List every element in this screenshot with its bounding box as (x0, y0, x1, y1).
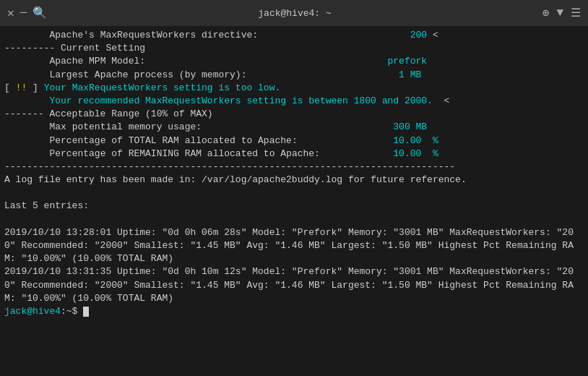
terminal-line: Max potential memory usage: 300 MB (4, 121, 584, 134)
terminal-window: ✕ ─ 🔍 jack@hive4: ~ ⊕ ▼ ☰ Apache's MaxRe… (0, 0, 588, 376)
terminal-line: Apache's MaxRequestWorkers directive: 20… (4, 29, 584, 42)
terminal-line: Percentage of TOTAL RAM allocated to Apa… (4, 134, 584, 148)
terminal-line: Last 5 entries: (4, 200, 584, 213)
terminal-line: ------- Acceptable Range (10% of MAX) (4, 108, 584, 121)
close-icon[interactable]: ✕ (7, 6, 14, 20)
terminal-line: Largest Apache process (by memory): 1 MB (4, 69, 584, 82)
terminal-line: Apache MPM Model: prefork (4, 55, 584, 68)
terminal-line: 2019/10/10 13:31:35 Uptime: "0d 0h 10m 1… (4, 265, 584, 305)
terminal-line: Percentage of REMAINING RAM allocated to… (4, 148, 584, 161)
terminal-line: ----------------------------------------… (4, 161, 584, 174)
menu-icon[interactable]: ☰ (571, 6, 581, 20)
minimize-icon[interactable]: ─ (20, 7, 27, 20)
title-bar: ✕ ─ 🔍 jack@hive4: ~ ⊕ ▼ ☰ (0, 0, 588, 26)
terminal-line: --------- Current Setting (4, 42, 584, 55)
terminal-line: [ !! ] Your MaxRequestWorkers setting is… (4, 82, 584, 95)
terminal-line: Your recommended MaxRequestWorkers setti… (4, 95, 584, 108)
terminal-blank-line (4, 187, 584, 200)
title-bar-title: jack@hive4: ~ (47, 8, 542, 19)
dropdown-icon[interactable]: ▼ (556, 7, 563, 20)
title-bar-left: ✕ ─ 🔍 (7, 6, 47, 20)
terminal-blank-line (4, 213, 584, 226)
title-bar-right: ⊕ ▼ ☰ (542, 6, 581, 20)
terminal-line: A log file entry has been made in: /var/… (4, 174, 584, 187)
terminal-line: 2019/10/10 13:28:01 Uptime: "0d 0h 06m 2… (4, 226, 584, 266)
cursor (83, 307, 89, 317)
prompt-separator: :~$ (61, 305, 77, 318)
prompt-line: jack@hive4:~$ (4, 305, 584, 318)
prompt-username: jack@hive4 (4, 305, 61, 318)
terminal-body: Apache's MaxRequestWorkers directive: 20… (0, 26, 588, 376)
add-tab-icon[interactable]: ⊕ (542, 6, 550, 20)
title-bar-center: jack@hive4: ~ (47, 8, 542, 19)
search-icon[interactable]: 🔍 (33, 6, 47, 20)
